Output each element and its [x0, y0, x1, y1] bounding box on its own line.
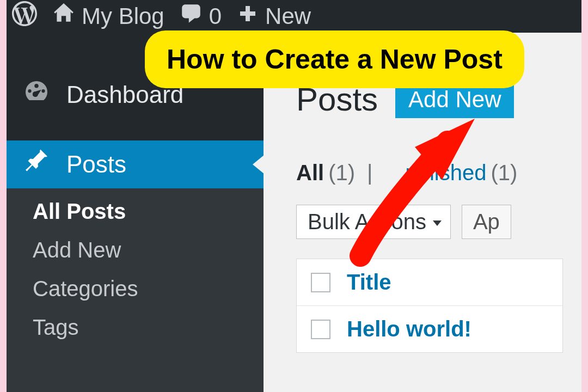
apply-button[interactable]: Ap	[462, 205, 511, 239]
new-label: New	[265, 3, 311, 29]
admin-toolbar: My Blog 0 New	[7, 0, 581, 33]
wordpress-icon	[12, 1, 37, 32]
tutorial-callout: How to Create a New Post	[145, 30, 524, 88]
site-name: My Blog	[82, 3, 164, 29]
filter-published-count: (1)	[491, 161, 517, 185]
post-title-link[interactable]: Hello world!	[347, 317, 471, 341]
bulk-actions-select[interactable]: Bulk Actions	[296, 205, 451, 239]
actions-row: Bulk Actions Ap	[296, 205, 563, 239]
home-icon	[52, 2, 75, 30]
sidebar-item-posts[interactable]: Posts	[7, 140, 264, 188]
row-checkbox[interactable]	[311, 320, 330, 339]
filter-published-label[interactable]: ublished	[405, 161, 486, 185]
filter-divider: |	[367, 161, 372, 185]
submenu-all-posts[interactable]: All Posts	[33, 199, 264, 224]
submenu-tags[interactable]: Tags	[33, 315, 264, 340]
submenu-add-new[interactable]: Add New	[33, 238, 264, 262]
filter-all-label[interactable]: All	[296, 161, 324, 185]
pin-icon	[23, 148, 50, 181]
filter-all-count: (1)	[328, 161, 355, 185]
comment-icon	[180, 2, 203, 30]
posts-table: Title Hello world!	[296, 259, 563, 353]
status-filters: All (1) | ublished (1)	[296, 161, 563, 185]
table-header-row: Title	[297, 259, 562, 306]
plus-icon	[237, 3, 259, 30]
dashboard-icon	[23, 78, 50, 111]
posts-label: Posts	[66, 151, 126, 178]
app-frame: My Blog 0 New Dashboard	[7, 0, 581, 392]
comment-count: 0	[209, 3, 222, 29]
site-home-item[interactable]: My Blog	[52, 2, 164, 30]
select-all-checkbox[interactable]	[311, 273, 330, 292]
table-row: Hello world!	[297, 306, 562, 352]
posts-submenu: All Posts Add New Categories Tags	[7, 188, 264, 392]
new-item[interactable]: New	[237, 3, 311, 30]
submenu-categories[interactable]: Categories	[33, 277, 264, 301]
comments-item[interactable]: 0	[180, 2, 222, 30]
wordpress-logo-item[interactable]	[12, 1, 37, 32]
column-title[interactable]: Title	[347, 270, 391, 295]
